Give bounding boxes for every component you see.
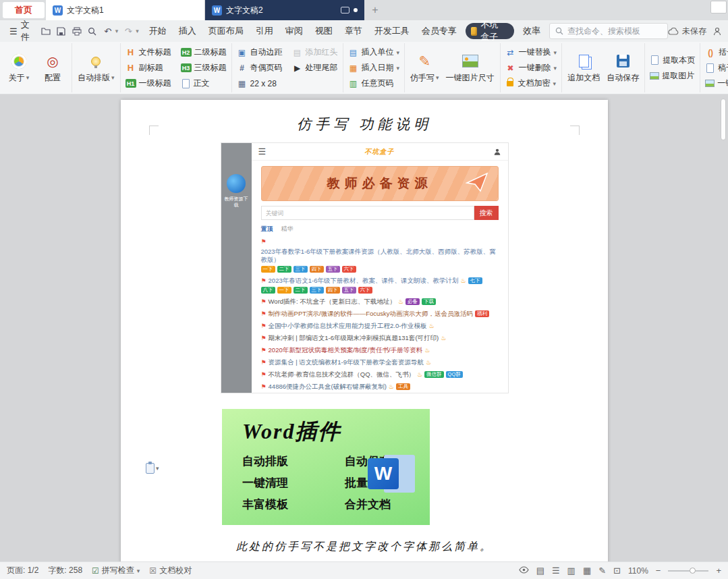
style-heading3-button[interactable]: H3三级标题 <box>179 60 228 76</box>
resource-item[interactable]: ⚑44886便捷办公工具盒(破解右键屏蔽复制)♨工具 <box>261 381 499 393</box>
one-key-illustration-button[interactable]: 一键插图 <box>704 76 728 91</box>
cast-screen-icon[interactable] <box>341 7 349 13</box>
handle-tail-button[interactable]: ▶处理尾部 <box>291 60 339 76</box>
auto-save-button[interactable]: 自动保存 <box>605 53 641 84</box>
insert-unit-button[interactable]: ▤插入单位▾ <box>347 45 401 60</box>
resource-item[interactable]: ⚑2023年春语文1-6年级下册教材、教案、课件、课文朗读、教学计划♨七下八下一… <box>261 275 499 296</box>
open-icon[interactable] <box>40 25 51 37</box>
print-icon[interactable] <box>72 25 82 37</box>
home-tab[interactable]: 首页 <box>3 2 45 18</box>
auto-format-button[interactable]: 自动排版▾ <box>76 53 117 84</box>
cloud-save-status[interactable]: 未保存 <box>668 26 706 37</box>
resource-item[interactable]: ⚑2020年新型冠状病毒相关预案/制度/责任书/手册等资料♨ <box>261 344 499 356</box>
style-subtitle-button[interactable]: H副标题 <box>124 60 173 76</box>
style-file-title-button[interactable]: H文件标题 <box>124 45 173 60</box>
redo-dropdown-icon[interactable]: ▾ <box>136 28 139 34</box>
promo-image[interactable]: Word插件 自动排版 自动保存 一键清理 批量替换 丰富模板 合并文档 W <box>222 409 430 525</box>
window-controls[interactable] <box>710 1 727 13</box>
spell-check-toggle[interactable]: ☑ 拼写检查 ▾ <box>92 565 140 576</box>
share-user-icon[interactable] <box>713 27 723 36</box>
resource-link[interactable]: 2023年春语文1-6年级下册教材、教案、课件、课文朗读、教学计划 <box>269 277 459 285</box>
menu-tab-efficiency[interactable]: 效率 <box>517 22 547 40</box>
style-heading2-button[interactable]: H2二级标题 <box>179 45 228 60</box>
zoom-in-button[interactable]: + <box>716 566 721 576</box>
document-canvas[interactable]: 仿手写 功能说明 教师资源下载 ☰ 不坑盒子 教师必备资源 <box>0 94 728 561</box>
paste-options-button[interactable]: ▾ <box>146 463 159 474</box>
auto-margin-button[interactable]: ▣自动边距 <box>235 45 284 60</box>
menu-tab-view[interactable]: 视图 <box>309 22 339 40</box>
menu-tab-start[interactable]: 开始 <box>143 22 173 40</box>
menu-tab-section[interactable]: 章节 <box>339 22 368 40</box>
resource-link[interactable]: 制作动画PPT演示/微课的软件——Focusky动画演示大师，送会员激活码 <box>269 310 474 318</box>
document-page[interactable]: 仿手写 功能说明 教师资源下载 ☰ 不坑盒子 教师必备资源 <box>121 100 608 561</box>
undo-dropdown-icon[interactable]: ▾ <box>115 28 119 34</box>
eye-protect-icon[interactable] <box>519 566 529 576</box>
menu-tab-page-layout[interactable]: 页面布局 <box>202 22 250 40</box>
insert-date-button[interactable]: ▦插入日期▾ <box>347 60 401 76</box>
new-tab-button[interactable]: + <box>364 0 386 20</box>
menu-tab-insert[interactable]: 插入 <box>173 22 202 40</box>
resource-item[interactable]: ⚑制作动画PPT演示/微课的软件——Focusky动画演示大师，送会员激活码福利 <box>261 308 499 320</box>
style-body-text-button[interactable]: 正文 <box>179 76 228 91</box>
command-search-box[interactable] <box>549 23 668 39</box>
resource-item[interactable]: ⚑全国中小学教师信息技术应用能力提升工程2.0-作业模板♨ <box>261 320 499 332</box>
ink-pen-icon[interactable]: ✎ <box>598 566 606 576</box>
web-layout-icon[interactable]: ▦ <box>583 566 591 576</box>
vertical-scrollbar[interactable] <box>721 99 726 140</box>
resource-item[interactable]: ⚑资源集合 | 语文统编教材1-9年级下册教学全套资源导航♨ <box>261 356 499 368</box>
file-menu-button[interactable]: ☰ 文件 <box>4 19 36 43</box>
bracket-right-button[interactable]: ()括号靠右 <box>704 45 728 60</box>
menu-tab-member[interactable]: 会员专享 <box>416 22 463 40</box>
draft-template-button[interactable]: 稿子模板 <box>704 60 728 76</box>
resource-link[interactable]: 不坑老师·教育信息技术交流群（QQ、微信、飞书） <box>269 370 415 379</box>
doc-proof-toggle[interactable]: ☒ 文档校对 <box>149 565 192 576</box>
config-button[interactable]: ◎ 配置 <box>37 53 68 84</box>
document-body-text[interactable]: 此处的仿手写不是把文字改个字体那么简单。 <box>121 540 608 554</box>
resource-item[interactable]: ⚑Word插件: 不坑盒子（更新日志、下载地址）♨必备下载 <box>261 296 499 308</box>
resource-item[interactable]: ⚑2023年春数学1-6年级下册教案课件资源（人教版、北师大版、西师版、苏教版、… <box>261 236 499 275</box>
resource-link[interactable]: 44886便捷办公工具盒(破解右键屏蔽复制) <box>269 383 387 391</box>
zoom-out-button[interactable]: − <box>656 566 661 576</box>
document-title-text[interactable]: 仿手写 功能说明 <box>121 115 608 134</box>
resource-link[interactable]: 2020年新型冠状病毒相关预案/制度/责任书/手册等资料 <box>269 346 423 354</box>
resource-link[interactable]: 资源集合 | 语文统编教材1-9年级下册教学全套资源导航 <box>269 358 424 366</box>
save-icon[interactable] <box>56 25 67 37</box>
image-size-button[interactable]: 一键图片尺寸 <box>444 53 497 84</box>
read-mode-icon[interactable]: ▤ <box>536 566 544 576</box>
doc-encrypt-button[interactable]: 文档加密▾ <box>504 76 559 91</box>
one-key-replace-button[interactable]: ⇄一键替换▾ <box>504 45 559 60</box>
resource-item[interactable]: ⚑期末冲刺 | 部编语文1-6年级期末冲刺模拟真题131套(可打印)♨ <box>261 332 499 344</box>
menu-tab-references[interactable]: 引用 <box>250 22 279 40</box>
resource-link[interactable]: 2023年春数学1-6年级下册教案课件资源（人教版、北师大版、西师版、苏教版、冀… <box>261 248 499 264</box>
print-layout-icon[interactable]: ▥ <box>567 566 576 576</box>
zoom-level[interactable]: 110% <box>628 566 648 576</box>
print-preview-icon[interactable] <box>87 25 98 37</box>
outline-view-icon[interactable]: ☰ <box>552 566 560 576</box>
resource-link[interactable]: Word插件: 不坑盒子（更新日志、下载地址） <box>269 298 396 306</box>
style-heading1-button[interactable]: H1一级标题 <box>124 76 173 91</box>
about-button[interactable]: 关于▾ <box>3 53 34 84</box>
command-search-input[interactable] <box>567 26 662 36</box>
undo-icon[interactable]: ↶ <box>103 25 113 37</box>
resource-link[interactable]: 全国中小学教师信息技术应用能力提升工程2.0-作业模板 <box>269 322 427 330</box>
one-key-delete-button[interactable]: ✖一键删除▾ <box>504 60 559 76</box>
page-size-button[interactable]: ▦22 x 28 <box>235 76 284 91</box>
embedded-screenshot[interactable]: 教师资源下载 ☰ 不坑盒子 教师必备资源 <box>221 143 508 393</box>
add-redhead-button[interactable]: ▤添加红头 <box>291 45 339 60</box>
resource-item[interactable]: ⚑不坑老师·教育信息技术交流群（QQ、微信、飞书）♨微信群QQ群 <box>261 368 499 381</box>
odd-even-page-button[interactable]: #奇偶页码 <box>235 60 284 76</box>
menu-tab-dev-tools[interactable]: 开发工具 <box>368 22 416 40</box>
handwriting-button[interactable]: ✎ 仿手写▾ <box>408 53 441 84</box>
zoom-slider-knob[interactable] <box>690 568 696 574</box>
redo-icon[interactable]: ↷ <box>123 25 134 37</box>
document-tab-2[interactable]: W 文字文稿2 <box>205 0 364 20</box>
any-page-number-button[interactable]: ▥任意页码 <box>347 76 401 91</box>
menu-tab-review[interactable]: 审阅 <box>279 22 309 40</box>
extract-page-button[interactable]: 提取本页 <box>648 53 696 68</box>
document-tab-1[interactable]: W 文字文稿1 <box>46 0 205 20</box>
menu-tab-bukeng-box[interactable]: 不坑盒子 <box>466 23 514 39</box>
extract-images-button[interactable]: 提取图片 <box>648 68 696 84</box>
append-doc-button[interactable]: 追加文档 <box>565 53 602 84</box>
zoom-slider[interactable] <box>668 570 708 572</box>
fit-page-icon[interactable]: ⊡ <box>613 566 621 576</box>
